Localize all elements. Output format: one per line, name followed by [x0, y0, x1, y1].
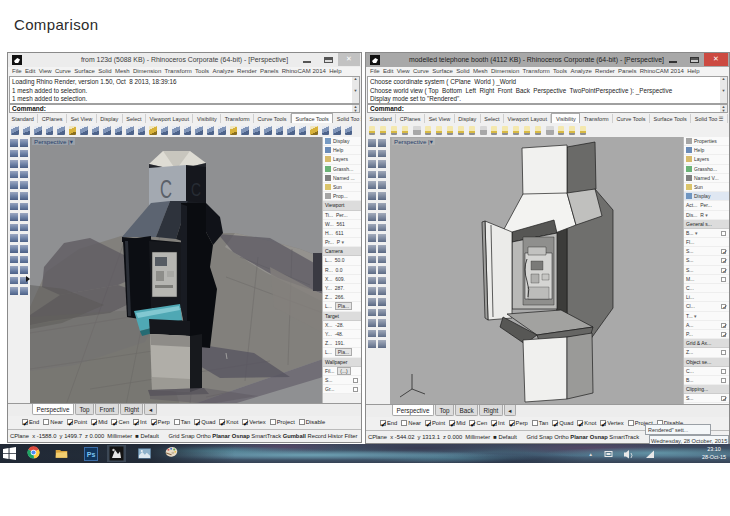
svg-text:C: C: [160, 175, 172, 203]
svg-text:C: C: [191, 179, 201, 200]
